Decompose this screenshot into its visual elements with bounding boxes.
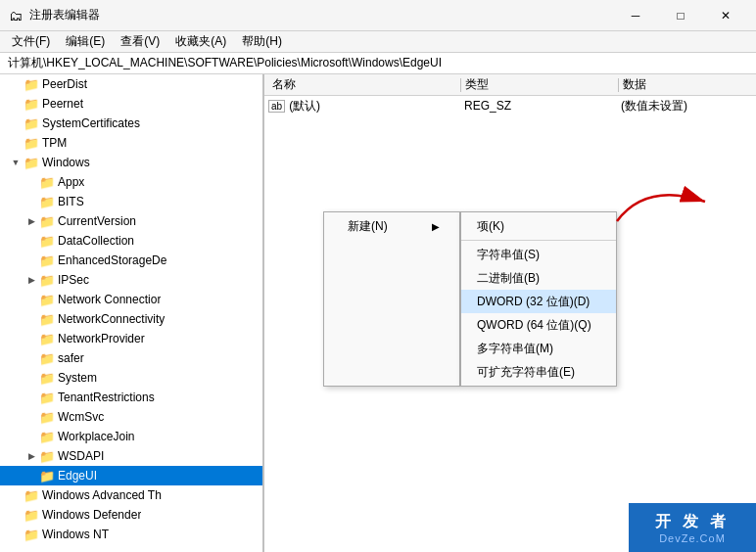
minimize-button[interactable]: ─ (613, 0, 658, 31)
tree-item-winadv[interactable]: 📁Windows Advanced Th (0, 485, 262, 505)
tree-item-windows[interactable]: ▼📁Windows (0, 153, 262, 172)
watermark: 开 发 者 DevZe.CoM (629, 503, 756, 552)
tree-item-netprov[interactable]: 📁NetworkProvider (0, 329, 262, 348)
folder-icon-windef: 📁 (24, 507, 39, 523)
tree-item-appx[interactable]: 📁Appx (0, 172, 262, 192)
menu-item-h[interactable]: 帮助(H) (234, 31, 290, 52)
ctx-new-item[interactable]: 新建(N) ▶ (324, 214, 459, 238)
tree-item-tpm[interactable]: 📁TPM (0, 133, 262, 153)
tree-item-winnt[interactable]: 📁Windows NT (0, 525, 262, 544)
tree-item-netconn2[interactable]: 📁NetworkConnectivity (0, 309, 262, 329)
folder-icon-netconn2: 📁 (39, 311, 55, 327)
table-body: ab(默认)REG_SZ(数值未设置) (264, 96, 756, 115)
ab-badge: ab (268, 100, 285, 113)
ctx-sub-item-2[interactable]: 字符串值(S) (461, 243, 616, 266)
ctx-sub-item-5[interactable]: QWORD (64 位值)(Q) (461, 313, 616, 337)
ctx-arrow-icon: ▶ (432, 221, 440, 232)
tree-item-wjoin[interactable]: 📁WorkplaceJoin (0, 427, 262, 446)
tree-item-wsdapi[interactable]: ▶📁WSDAPI (0, 446, 262, 466)
watermark-line1: 开 发 者 (655, 512, 731, 532)
expand-icon-edgeui (24, 468, 39, 483)
tree-item-curver[interactable]: ▶📁CurrentVersion (0, 211, 262, 231)
tree-label-edgeui: EdgeUI (58, 469, 97, 483)
expand-icon-tenantres (24, 390, 39, 405)
expand-icon-system (24, 370, 39, 386)
ctx-sub-item-6[interactable]: 多字符串值(M) (461, 337, 616, 360)
tree-label-netconn2: NetworkConnectivity (58, 312, 165, 326)
address-bar: 计算机\HKEY_LOCAL_MACHINE\SOFTWARE\Policies… (0, 53, 756, 74)
tree-item-tenantres[interactable]: 📁TenantRestrictions (0, 388, 262, 407)
expand-icon-peerdist (8, 76, 24, 92)
tree-item-edgeui[interactable]: 📁EdgeUI (0, 466, 262, 485)
tree-item-peernet[interactable]: 📁Peernet (0, 94, 262, 114)
maximize-button[interactable]: □ (658, 0, 703, 31)
ctx-sub-item-3[interactable]: 二进制值(B) (461, 266, 616, 290)
folder-icon-enhmst: 📁 (39, 253, 55, 268)
folder-icon-winnt: 📁 (24, 527, 39, 542)
folder-icon-wcmsvc: 📁 (39, 409, 55, 425)
tree-label-wjoin: WorkplaceJoin (58, 430, 134, 443)
expand-icon-netconn (24, 292, 39, 307)
menu-item-f[interactable]: 文件(F) (4, 31, 58, 52)
tree-label-curver: CurrentVersion (58, 214, 136, 228)
folder-icon-netprov: 📁 (39, 331, 55, 346)
folder-icon-appx: 📁 (39, 174, 55, 190)
tree-item-system[interactable]: 📁System (0, 368, 262, 388)
close-button[interactable]: ✕ (703, 0, 748, 31)
folder-icon-wjoin: 📁 (39, 429, 55, 444)
col-header-type: 类型 (461, 76, 618, 93)
app-icon: 🗂 (8, 8, 24, 23)
folder-icon-peerdist: 📁 (24, 76, 39, 92)
ctx-sub-item-0[interactable]: 项(K) (461, 214, 616, 238)
col-header-data: 数据 (619, 76, 756, 93)
ctx-sub-item-7[interactable]: 可扩充字符串值(E) (461, 360, 616, 384)
tree-item-ipsec[interactable]: ▶📁IPSec (0, 270, 262, 290)
tree-item-safer[interactable]: 📁safer (0, 348, 262, 368)
menu-bar: 文件(F)编辑(E)查看(V)收藏夹(A)帮助(H) (0, 31, 756, 53)
expand-icon-netprov (24, 331, 39, 346)
tree-label-enhmst: EnhancedStorageDe (58, 253, 166, 267)
table-row[interactable]: ab(默认)REG_SZ(数值未设置) (264, 96, 756, 115)
expand-icon-wjoin (24, 429, 39, 444)
context-menu-main: 新建(N) ▶ (323, 211, 460, 387)
expand-icon-datacol (24, 233, 39, 249)
context-submenu: 项(K)字符串值(S)二进制值(B)DWORD (32 位值)(D)QWORD … (460, 211, 617, 387)
folder-icon-ipsec: 📁 (39, 272, 55, 288)
tree-item-netconn[interactable]: 📁Network Connectior (0, 290, 262, 309)
menu-item-a[interactable]: 收藏夹(A) (167, 31, 234, 52)
tree-label-ipsec: IPSec (58, 273, 89, 287)
tree-item-bits[interactable]: 📁BITS (0, 192, 262, 211)
tree-label-datacol: DataCollection (58, 234, 134, 248)
ctx-sub-item-4[interactable]: DWORD (32 位值)(D) (461, 290, 616, 313)
expand-icon-enhmst (24, 253, 39, 268)
tree-label-syscerts: SystemCertificates (42, 116, 140, 130)
main-content: 📁PeerDist📁Peernet📁SystemCertificates📁TPM… (0, 74, 756, 552)
tree-item-wcmsvc[interactable]: 📁WcmSvc (0, 407, 262, 427)
tree-item-windef[interactable]: 📁Windows Defender (0, 505, 262, 525)
folder-icon-datacol: 📁 (39, 233, 55, 249)
tree-label-windef: Windows Defender (42, 508, 141, 522)
tree-label-netconn: Network Connectior (58, 293, 161, 306)
tree-label-system: System (58, 371, 97, 385)
tree-label-peerdist: PeerDist (42, 77, 87, 91)
tree-item-datacol[interactable]: 📁DataCollection (0, 231, 262, 251)
menu-item-e[interactable]: 编辑(E) (58, 31, 113, 52)
right-pane: 名称 类型 数据 ab(默认)REG_SZ(数值未设置) 新建(N) ▶ 项(K… (264, 74, 756, 552)
folder-icon-tpm: 📁 (24, 135, 39, 151)
menu-item-v[interactable]: 查看(V) (113, 31, 167, 52)
cell-name-label-0: (默认) (289, 98, 320, 115)
tree-item-peerdist[interactable]: 📁PeerDist (0, 74, 262, 94)
expand-icon-wsdapi: ▶ (24, 448, 39, 464)
title-bar-buttons: ─ □ ✕ (613, 0, 748, 31)
expand-icon-tpm (8, 135, 24, 151)
watermark-line2: DevZe.CoM (659, 532, 726, 544)
tree-label-netprov: NetworkProvider (58, 332, 145, 345)
tree-label-tpm: TPM (42, 136, 67, 150)
title-bar: 🗂 注册表编辑器 ─ □ ✕ (0, 0, 756, 31)
tree-item-syscerts[interactable]: 📁SystemCertificates (0, 114, 262, 133)
folder-icon-system: 📁 (39, 370, 55, 386)
expand-icon-appx (24, 174, 39, 190)
expand-icon-windef (8, 507, 24, 523)
title-bar-text: 注册表编辑器 (29, 7, 613, 23)
tree-item-enhmst[interactable]: 📁EnhancedStorageDe (0, 251, 262, 270)
